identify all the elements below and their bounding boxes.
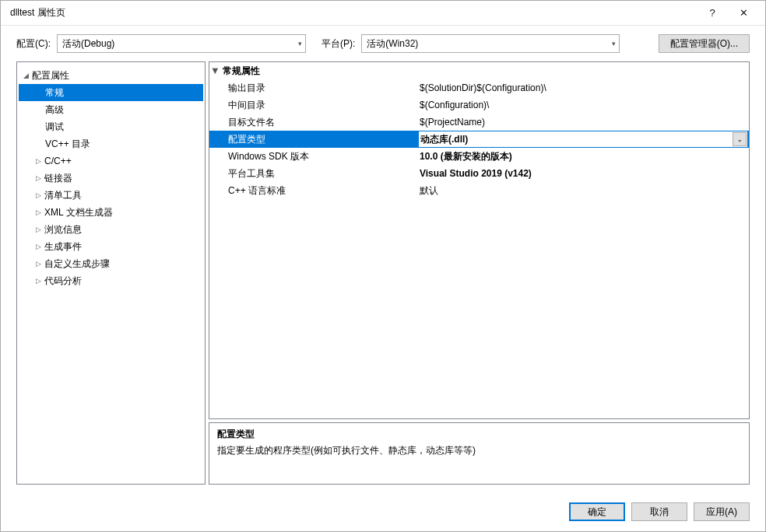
grid-row-label: Windows SDK 版本 xyxy=(209,150,418,163)
grid-row-label: 输出目录 xyxy=(209,82,418,95)
config-value: 活动(Debug) xyxy=(62,37,114,51)
platform-label: 平台(P): xyxy=(322,37,355,51)
apply-button[interactable]: 应用(A) xyxy=(694,502,750,521)
grid-row-value[interactable]: 动态库(.dll)⌄ xyxy=(418,131,748,148)
titlebar: dlltest 属性页 ? ✕ xyxy=(1,1,765,26)
tree-item-label: C/C++ xyxy=(44,156,72,166)
ok-button[interactable]: 确定 xyxy=(569,502,625,521)
grid-row[interactable]: 平台工具集Visual Studio 2019 (v142) xyxy=(209,165,749,182)
expand-icon: ▷ xyxy=(34,277,43,285)
grid-row-value[interactable]: $(SolutionDir)$(Configuration)\ xyxy=(418,82,749,93)
grid-row-value[interactable]: $(ProjectName) xyxy=(418,117,749,128)
grid-row[interactable]: Windows SDK 版本10.0 (最新安装的版本) xyxy=(209,148,749,165)
grid-row-value[interactable]: 10.0 (最新安装的版本) xyxy=(418,150,749,163)
grid-row[interactable]: 中间目录$(Configuration)\ xyxy=(209,96,749,114)
tree-item[interactable]: ▷生成事件 xyxy=(19,238,203,255)
tree-item-label: 链接器 xyxy=(44,172,72,185)
grid-row-value[interactable]: Visual Studio 2019 (v142) xyxy=(418,168,749,179)
grid-row-label: C++ 语言标准 xyxy=(209,184,418,198)
platform-combo[interactable]: 活动(Win32) ▾ xyxy=(361,34,620,53)
tree-item[interactable]: ▷浏览信息 xyxy=(19,221,203,238)
tree-item[interactable]: 调试 xyxy=(19,118,203,135)
help-button[interactable]: ? xyxy=(697,1,728,25)
expand-icon: ▷ xyxy=(34,174,43,183)
grid-row-label: 平台工具集 xyxy=(209,167,418,180)
grid-row[interactable]: 目标文件名$(ProjectName) xyxy=(209,114,749,131)
tree-item-label: 代码分析 xyxy=(44,275,82,288)
description-text: 指定要生成的程序类型(例如可执行文件、静态库，动态库等等) xyxy=(217,444,741,457)
description-panel: 配置类型 指定要生成的程序类型(例如可执行文件、静态库，动态库等等) xyxy=(209,422,750,485)
tree-item-label: XML 文档生成器 xyxy=(44,206,113,219)
tree-item[interactable]: ▷C/C++ xyxy=(19,152,203,170)
grid-row[interactable]: 输出目录$(SolutionDir)$(Configuration)\ xyxy=(209,79,749,96)
tree-item[interactable]: VC++ 目录 xyxy=(19,135,203,152)
config-label: 配置(C): xyxy=(16,37,51,51)
tree-item[interactable]: ▷自定义生成步骤 xyxy=(19,255,203,272)
grid-row-label: 配置类型 xyxy=(209,133,418,146)
expand-icon: ▷ xyxy=(34,260,43,268)
tree-item-label: 清单工具 xyxy=(44,189,82,202)
dialog-footer: 确定 取消 应用(A) xyxy=(1,492,765,531)
tree-item-label: 浏览信息 xyxy=(44,223,82,236)
platform-value: 活动(Win32) xyxy=(367,37,418,51)
config-toolbar: 配置(C): 活动(Debug) ▾ 平台(P): 活动(Win32) ▾ 配置… xyxy=(1,26,765,61)
dialog-window: dlltest 属性页 ? ✕ 配置(C): 活动(Debug) ▾ 平台(P)… xyxy=(0,0,766,532)
nav-tree[interactable]: ◢ 配置属性 常规高级调试VC++ 目录▷C/C++▷链接器▷清单工具▷XML … xyxy=(16,61,206,485)
property-grid[interactable]: ▶ 常规属性 输出目录$(SolutionDir)$(Configuration… xyxy=(209,61,750,419)
chevron-down-icon[interactable]: ⌄ xyxy=(733,132,747,146)
config-manager-button[interactable]: 配置管理器(O)... xyxy=(659,34,750,53)
grid-row-value[interactable]: $(Configuration)\ xyxy=(418,100,749,110)
tree-item-label: 生成事件 xyxy=(44,240,82,254)
tree-root-label: 配置属性 xyxy=(32,69,69,82)
tree-root[interactable]: ◢ 配置属性 xyxy=(19,67,203,84)
tree-item[interactable]: 高级 xyxy=(19,101,203,118)
window-title: dlltest 属性页 xyxy=(10,6,697,19)
expand-icon: ▷ xyxy=(34,191,43,200)
tree-item[interactable]: ▷清单工具 xyxy=(19,187,203,204)
expand-icon: ▷ xyxy=(34,208,43,217)
tree-item-label: 常规 xyxy=(45,86,64,100)
grid-group-header[interactable]: ▶ 常规属性 xyxy=(209,62,749,79)
collapse-icon: ◢ xyxy=(22,72,30,80)
cancel-button[interactable]: 取消 xyxy=(631,502,687,521)
chevron-down-icon: ▾ xyxy=(612,40,616,47)
chevron-down-icon: ▶ xyxy=(212,68,220,74)
grid-row-label: 中间目录 xyxy=(209,99,418,112)
tree-item-label: 调试 xyxy=(45,121,64,134)
description-title: 配置类型 xyxy=(217,428,741,441)
tree-item[interactable]: ▷XML 文档生成器 xyxy=(19,204,203,221)
right-pane: ▶ 常规属性 输出目录$(SolutionDir)$(Configuration… xyxy=(209,61,750,485)
tree-item-label: VC++ 目录 xyxy=(45,138,90,151)
grid-row[interactable]: C++ 语言标准默认 xyxy=(209,182,749,199)
expand-icon: ▷ xyxy=(34,157,43,166)
grid-row[interactable]: 配置类型动态库(.dll)⌄ xyxy=(209,131,749,148)
tree-item-label: 高级 xyxy=(45,103,64,117)
tree-item[interactable]: ▷代码分析 xyxy=(19,272,203,289)
chevron-down-icon: ▾ xyxy=(298,40,302,47)
config-combo[interactable]: 活动(Debug) ▾ xyxy=(57,34,306,53)
grid-row-value[interactable]: 默认 xyxy=(418,184,749,198)
grid-header-label: 常规属性 xyxy=(223,65,260,78)
grid-row-label: 目标文件名 xyxy=(209,116,418,129)
dialog-body: ◢ 配置属性 常规高级调试VC++ 目录▷C/C++▷链接器▷清单工具▷XML … xyxy=(1,61,765,492)
tree-item[interactable]: ▷链接器 xyxy=(19,170,203,187)
expand-icon: ▷ xyxy=(34,243,43,251)
close-button[interactable]: ✕ xyxy=(728,1,759,25)
tree-item-label: 自定义生成步骤 xyxy=(44,257,110,271)
expand-icon: ▷ xyxy=(34,226,43,234)
tree-item[interactable]: 常规 xyxy=(19,84,203,101)
